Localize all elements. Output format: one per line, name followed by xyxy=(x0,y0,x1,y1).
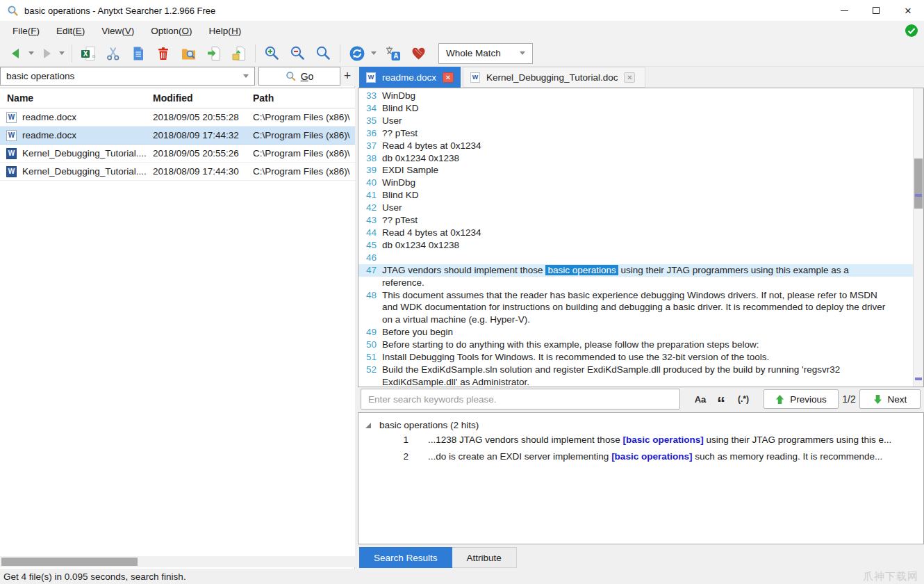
word-file-icon: W xyxy=(6,148,17,159)
match-marker xyxy=(915,194,922,197)
previous-button[interactable]: Previous xyxy=(764,389,839,409)
close-button[interactable]: × xyxy=(892,0,924,21)
file-table: Name Modified Path Wreadme.docx2018/09/0… xyxy=(0,88,355,556)
document-line: 33WinDbg xyxy=(358,90,913,102)
document-line: ExdiKdSample.dll' as Administrator. xyxy=(358,376,913,387)
add-search-tab-button[interactable]: + xyxy=(340,67,354,86)
document-line: 51Install Debugging Tools for Windows. I… xyxy=(358,351,913,364)
document-line: 35User xyxy=(358,115,913,127)
maximize-button[interactable] xyxy=(860,0,892,21)
status-text: Get 4 file(s) in 0.095 seconds, search f… xyxy=(3,571,186,582)
chevron-down-icon xyxy=(243,74,249,78)
match-marker xyxy=(915,378,922,380)
zoom-out-icon[interactable] xyxy=(286,43,309,64)
export-icon[interactable]: X a xyxy=(77,43,99,64)
expand-triangle-icon[interactable] xyxy=(365,423,371,428)
table-row[interactable]: WKernel_Debugging_Tutorial....2018/08/09… xyxy=(0,163,355,181)
title-bar: basic operations - Anytxt Searcher 1.2.9… xyxy=(0,0,924,21)
menu-view[interactable]: View(V) xyxy=(93,21,142,40)
open-folder-icon[interactable] xyxy=(228,43,250,64)
document-line: 40WinDbg xyxy=(358,177,913,189)
menu-help[interactable]: Help(H) xyxy=(201,21,250,40)
donate-heart-icon[interactable] xyxy=(407,43,430,64)
document-line: 39EXDI Sample xyxy=(358,164,913,177)
vertical-scrollbar[interactable] xyxy=(913,88,923,387)
zoom-in-icon[interactable] xyxy=(261,43,283,64)
word-file-icon: W xyxy=(6,112,17,123)
document-line: 46 xyxy=(358,252,913,264)
document-line: 47JTAG vendors should implement those ba… xyxy=(358,264,913,277)
go-button[interactable]: Go xyxy=(258,67,340,86)
close-icon[interactable]: ✕ xyxy=(443,72,454,83)
whole-word-button[interactable]: “ xyxy=(712,389,730,409)
svg-text:X: X xyxy=(83,49,88,57)
back-button[interactable] xyxy=(6,43,26,64)
column-header-name[interactable]: Name xyxy=(0,92,153,104)
tab-attribute[interactable]: Attribute xyxy=(452,547,517,568)
match-case-button[interactable]: Aa xyxy=(688,389,712,409)
minimize-button[interactable] xyxy=(828,0,860,21)
document-line: 36?? pTest xyxy=(358,127,913,140)
regex-button[interactable]: (.*) xyxy=(730,389,757,409)
document-line: 45db 0x1234 0x1238 xyxy=(358,239,913,252)
horizontal-scrollbar[interactable] xyxy=(0,556,355,567)
tab-kernel-debugging-tutorial[interactable]: W Kernel_Debugging_Tutorial.doc ✕ xyxy=(463,67,645,88)
watermark: 爪神下载网 xyxy=(863,570,918,583)
document-line: 41Blind KD xyxy=(358,189,913,202)
translate-icon[interactable]: A xyxy=(381,43,404,64)
delete-icon[interactable] xyxy=(152,43,174,64)
next-button[interactable]: Next xyxy=(859,389,921,409)
match-mode-select[interactable]: Whole Match xyxy=(438,43,533,64)
scrollbar-thumb[interactable] xyxy=(914,159,923,209)
document-line: 52Build the ExdiKdSample.sln solution an… xyxy=(358,364,913,376)
copy-document-icon[interactable] xyxy=(127,43,149,64)
document-panel: W readme.docx ✕ W Kernel_Debugging_Tutor… xyxy=(358,67,924,569)
column-header-modified[interactable]: Modified xyxy=(153,92,253,104)
svg-text:A: A xyxy=(393,52,398,60)
search-results-panel: basic operations (2 hits) 1...1238 JTAG … xyxy=(358,412,924,544)
document-line: 37Read 4 bytes at 0x1234 xyxy=(358,140,913,152)
search-icon xyxy=(286,71,297,82)
result-row[interactable]: 2...do is create an EXDI server implemen… xyxy=(358,448,923,465)
cut-icon[interactable] xyxy=(102,43,124,64)
tab-readme-docx[interactable]: W readme.docx ✕ xyxy=(359,67,461,88)
menu-bar: File(F) Edit(E) View(V) Option(O) Help(H… xyxy=(0,21,924,40)
document-line: reference. xyxy=(358,277,913,289)
table-row[interactable]: Wreadme.docx2018/08/09 17:44:32C:\Progra… xyxy=(0,127,355,145)
status-bar: Get 4 file(s) in 0.095 seconds, search f… xyxy=(0,569,924,584)
document-tab-bar: W readme.docx ✕ W Kernel_Debugging_Tutor… xyxy=(358,65,924,88)
refresh-dropdown[interactable] xyxy=(369,43,379,64)
document-lines: 33WinDbg34Blind KD35User36?? pTest37Read… xyxy=(358,90,913,387)
search-query-combobox[interactable]: basic operations xyxy=(0,67,255,86)
arrow-down-icon xyxy=(873,394,882,405)
document-line: 48This document assumes that the reader … xyxy=(358,289,913,302)
back-history-dropdown[interactable] xyxy=(26,43,36,64)
forward-button[interactable] xyxy=(36,43,57,64)
search-row: basic operations Go + xyxy=(0,67,355,86)
word-file-icon: W xyxy=(6,166,17,177)
open-file-icon[interactable] xyxy=(203,43,225,64)
table-row[interactable]: WKernel_Debugging_Tutorial....2018/09/05… xyxy=(0,145,355,163)
column-header-path[interactable]: Path xyxy=(253,92,355,104)
menu-file[interactable]: File(F) xyxy=(4,21,48,40)
search-icon[interactable] xyxy=(312,43,335,64)
result-row[interactable]: 1...1238 JTAG vendors should implement t… xyxy=(358,432,923,448)
find-keywords-input[interactable] xyxy=(361,389,680,409)
table-row[interactable]: Wreadme.docx2018/09/05 20:55:28C:\Progra… xyxy=(0,108,355,127)
document-line: 42User xyxy=(358,202,913,214)
find-bar: Aa “ (.*) Previous 1/2 Next xyxy=(358,387,924,411)
results-group-header[interactable]: basic operations (2 hits) xyxy=(358,413,923,432)
document-viewer: 33WinDbg34Blind KD35User36?? pTest37Read… xyxy=(358,88,924,387)
refresh-icon[interactable] xyxy=(345,43,369,64)
tab-search-results[interactable]: Search Results xyxy=(359,547,452,568)
folder-search-icon[interactable] xyxy=(177,43,200,64)
forward-history-dropdown[interactable] xyxy=(57,43,67,64)
scrollbar-thumb[interactable] xyxy=(1,558,138,566)
arrow-up-icon xyxy=(775,394,784,405)
close-icon[interactable]: ✕ xyxy=(624,72,635,83)
menu-edit[interactable]: Edit(E) xyxy=(48,21,93,40)
document-line: 38db 0x1234 0x1238 xyxy=(358,152,913,165)
menu-option[interactable]: Option(O) xyxy=(142,21,200,40)
file-list-panel: basic operations Go + Name Modified Path… xyxy=(0,67,355,569)
app-icon xyxy=(7,5,19,17)
